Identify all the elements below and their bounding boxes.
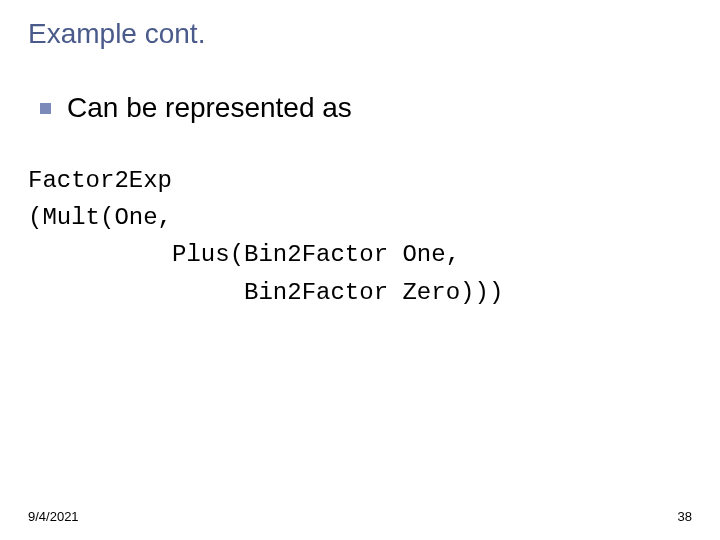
bullet-text: Can be represented as <box>67 92 352 124</box>
footer: 9/4/2021 38 <box>28 509 692 524</box>
footer-page: 38 <box>678 509 692 524</box>
footer-date: 9/4/2021 <box>28 509 79 524</box>
slide-title: Example cont. <box>28 18 692 50</box>
code-block: Factor2Exp (Mult(One, Plus(Bin2Factor On… <box>28 162 692 311</box>
code-line-3: Plus(Bin2Factor One, <box>28 236 692 273</box>
slide-container: Example cont. Can be represented as Fact… <box>0 0 720 540</box>
code-line-4: Bin2Factor Zero))) <box>28 274 692 311</box>
code-line-1: Factor2Exp <box>28 162 692 199</box>
code-line-2: (Mult(One, <box>28 199 692 236</box>
bullet-item: Can be represented as <box>40 92 692 124</box>
bullet-square-icon <box>40 103 51 114</box>
